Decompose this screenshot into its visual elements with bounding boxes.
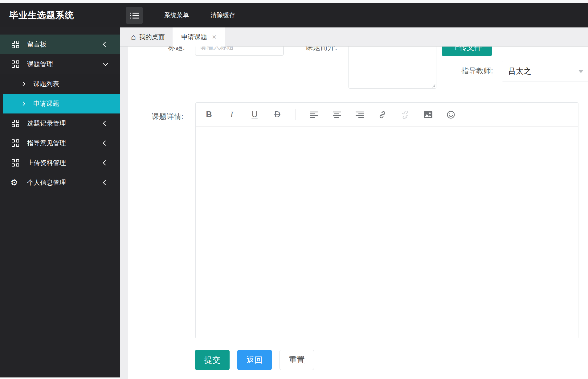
- advisor-field-label: 指导教师:: [447, 66, 493, 76]
- sidebar-item-label: 上传资料管理: [27, 159, 66, 167]
- chevron-left-icon: [103, 141, 108, 146]
- upload-file-button[interactable]: 上传文件: [442, 47, 492, 56]
- grid-icon: [12, 60, 19, 68]
- align-right-icon[interactable]: [355, 109, 364, 120]
- editor-toolbar: B I U D: [196, 103, 578, 127]
- align-center-icon[interactable]: [332, 109, 341, 120]
- sidebar-item-label: 课题管理: [27, 60, 53, 68]
- arrow-right-icon: [21, 101, 25, 106]
- chevron-left-icon: [103, 42, 108, 47]
- image-icon[interactable]: [423, 109, 433, 120]
- align-left-icon[interactable]: [309, 109, 319, 120]
- grid-icon: [12, 159, 19, 167]
- resize-handle-icon[interactable]: [432, 84, 435, 88]
- tab-label: 我的桌面: [139, 33, 165, 41]
- unlink-icon[interactable]: [401, 109, 410, 120]
- chevron-down-icon: [103, 61, 108, 66]
- title-field-label: 标题:: [136, 47, 185, 52]
- toolbar-divider: [296, 109, 296, 120]
- chevron-left-icon: [103, 180, 108, 185]
- tab-my-desktop[interactable]: ⌂ 我的桌面: [128, 27, 173, 47]
- advisor-selected-value: 吕太之: [508, 61, 531, 81]
- intro-textarea[interactable]: [349, 47, 436, 89]
- tab-apply-topic[interactable]: 申请课题 ×: [173, 27, 225, 47]
- gear-icon: ⚙: [10, 179, 18, 187]
- reset-button[interactable]: 重置: [280, 350, 314, 370]
- sidebar-nav: 留言板 课题管理 课题列表 申请课题 选题记录管理 指导意见管理 上: [0, 27, 120, 377]
- app-title: 毕业生选题系统: [9, 3, 74, 27]
- detail-field-label: 课题详情:: [149, 112, 183, 122]
- grid-icon: [12, 139, 19, 147]
- italic-icon[interactable]: I: [227, 109, 236, 120]
- menu-toggle-icon: [130, 13, 139, 19]
- arrow-right-icon: [21, 82, 25, 86]
- header-menu-clear-cache[interactable]: 清除缓存: [206, 3, 240, 27]
- content-gutter: [120, 27, 128, 379]
- title-input[interactable]: [195, 47, 284, 56]
- strikethrough-icon[interactable]: D: [273, 109, 282, 120]
- rich-text-editor: B I U D: [195, 102, 578, 339]
- close-icon[interactable]: ×: [212, 33, 216, 41]
- sidebar-subitem-apply-topic[interactable]: 申请课题: [3, 94, 120, 113]
- sidebar-subitem-label: 申请课题: [33, 99, 59, 108]
- sidebar-subitem-label: 课题列表: [33, 80, 59, 88]
- menu-toggle-button[interactable]: [126, 7, 143, 24]
- sidebar-item-label: 个人信息管理: [27, 178, 66, 187]
- sidebar-item-topic-management[interactable]: 课题管理: [0, 54, 120, 74]
- header-bar: 毕业生选题系统 系统菜单 清除缓存: [0, 3, 588, 27]
- chevron-left-icon: [103, 121, 108, 126]
- sidebar-item-guidance-opinions[interactable]: 指导意见管理: [0, 133, 120, 153]
- submit-button[interactable]: 提交: [195, 350, 230, 370]
- bold-icon[interactable]: B: [204, 109, 214, 120]
- home-icon: ⌂: [131, 33, 136, 41]
- intro-field-label: 课题简介:: [291, 47, 337, 52]
- sidebar-item-label: 指导意见管理: [27, 139, 66, 147]
- apply-topic-form: 标题: 课题简介: 上传文件 指导教师: 吕太之 课题详情: B I U D: [128, 47, 588, 379]
- advisor-select[interactable]: 吕太之: [502, 61, 588, 81]
- sidebar-item-message-board[interactable]: 留言板: [0, 35, 120, 54]
- underline-icon[interactable]: U: [250, 109, 259, 120]
- sidebar-item-personal-info[interactable]: ⚙ 个人信息管理: [0, 173, 120, 192]
- sidebar-item-label: 选题记录管理: [27, 119, 66, 128]
- sidebar-item-upload-materials[interactable]: 上传资料管理: [0, 153, 120, 173]
- grid-icon: [12, 41, 19, 48]
- caret-down-icon: [578, 70, 584, 73]
- sidebar-subitem-topic-list[interactable]: 课题列表: [0, 74, 120, 94]
- tab-label: 申请课题: [181, 33, 207, 41]
- editor-content-area[interactable]: [196, 127, 578, 339]
- emoji-icon[interactable]: [446, 109, 455, 120]
- sidebar-item-label: 留言板: [27, 40, 47, 49]
- back-button[interactable]: 返回: [237, 350, 272, 370]
- link-icon[interactable]: [378, 109, 387, 120]
- app-window: 毕业生选题系统 系统菜单 清除缓存 留言板 课题管理 课题列表: [0, 0, 588, 379]
- header-menu-system[interactable]: 系统菜单: [160, 3, 194, 27]
- grid-icon: [12, 120, 19, 127]
- top-margin: [0, 0, 588, 3]
- sidebar-item-selection-records[interactable]: 选题记录管理: [0, 113, 120, 133]
- chevron-left-icon: [103, 160, 108, 166]
